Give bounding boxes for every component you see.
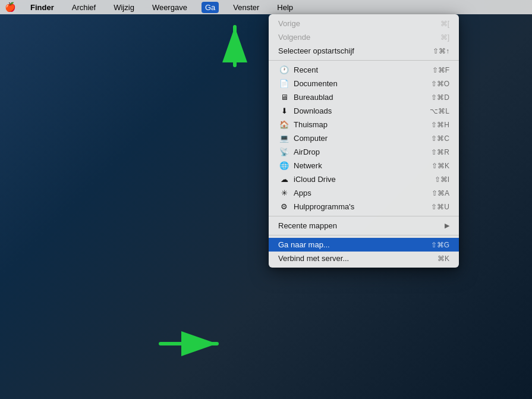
menubar-wijzig[interactable]: Wijzig [110,2,138,13]
documenten-icon: 📄 [278,79,290,88]
menu-item-recent[interactable]: 🕐 Recent ⇧⌘F [269,63,459,77]
netwerk-icon: 🌐 [278,161,290,170]
icloud-icon: ☁ [278,175,290,184]
computer-icon: 💻 [278,134,290,143]
menu-item-volgende[interactable]: Volgende ⌘] [269,30,459,44]
menu-item-recente-mappen[interactable]: Recente mappen ▶ [269,219,459,233]
arrow-down-indicator [155,323,226,365]
submenu-arrow-icon: ▶ [445,222,449,230]
menubar-weergave[interactable]: Weergave [149,2,191,13]
menubar-help[interactable]: Help [273,2,297,13]
apple-logo-icon[interactable]: 🍎 [5,2,16,12]
menubar-ga[interactable]: Ga [202,2,219,13]
menu-item-computer[interactable]: 💻 Computer ⇧⌘C [269,131,459,145]
separator-2 [269,216,459,216]
menu-item-vorige[interactable]: Vorige ⌘[ [269,17,459,30]
downloads-icon: ⬇ [278,106,290,115]
menu-item-verbind[interactable]: Verbind met server... ⌘K [269,252,459,265]
apps-icon: ✳ [278,188,290,197]
menu-item-airdrop[interactable]: 📡 AirDrop ⇧⌘R [269,145,459,159]
menubar-venster[interactable]: Venster [229,2,263,13]
menu-item-ga-naar-map[interactable]: Ga naar map... ⇧⌘G [269,238,459,252]
menubar-archief[interactable]: Archief [68,2,99,13]
thuismap-icon: 🏠 [278,120,290,129]
menu-item-bureaublad[interactable]: 🖥 Bureaublad ⇧⌘D [269,90,459,104]
ga-dropdown-menu: Vorige ⌘[ Volgende ⌘] Selecteer opstarts… [269,14,459,268]
separator-1 [269,60,459,61]
airdrop-icon: 📡 [278,147,290,156]
arrow-up-indicator [208,21,262,68]
menu-item-netwerk[interactable]: 🌐 Netwerk ⇧⌘K [269,159,459,172]
menu-item-downloads[interactable]: ⬇ Downloads ⌥⌘L [269,104,459,118]
menubar-finder[interactable]: Finder [27,2,58,13]
menu-item-opstartschijf[interactable]: Selecteer opstartschijf ⇧⌘↑ [269,44,459,58]
menubar: 🍎 Finder Archief Wijzig Weergave Ga Vens… [0,0,532,14]
separator-3 [269,235,459,235]
menu-item-documenten[interactable]: 📄 Documenten ⇧⌘O [269,77,459,90]
hulp-icon: ⚙ [278,202,290,211]
bureaublad-icon: 🖥 [278,93,290,102]
menu-item-hulp[interactable]: ⚙ Hulpprogramma's ⇧⌘U [269,200,459,213]
menu-item-thuismap[interactable]: 🏠 Thuismap ⇧⌘H [269,118,459,131]
recent-icon: 🕐 [278,65,290,74]
menu-item-icloud[interactable]: ☁ iCloud Drive ⇧⌘I [269,172,459,186]
menu-item-apps[interactable]: ✳ Apps ⇧⌘A [269,186,459,200]
